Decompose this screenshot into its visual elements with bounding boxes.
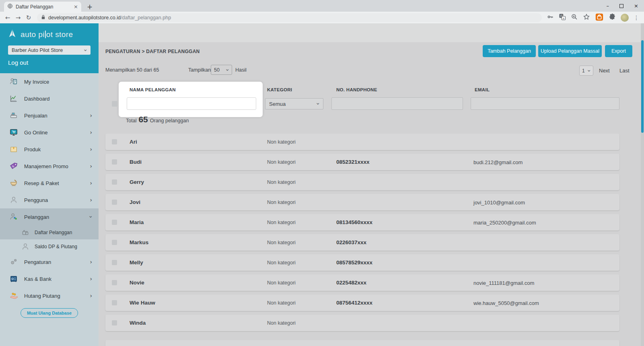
- kategori-filter-select[interactable]: Semua ›: [265, 98, 323, 109]
- total-suffix: Orang pelanggan: [150, 118, 189, 124]
- menu-dots-icon[interactable]: ⋮: [634, 14, 639, 21]
- sidebar: auto piot store Barber Auto Pilot Store …: [0, 23, 99, 346]
- row-checkbox[interactable]: [112, 200, 117, 205]
- tab-close-icon[interactable]: ×: [74, 4, 78, 10]
- app-logo: auto piot store: [0, 23, 99, 41]
- browser-tab[interactable]: Daftar Pelanggan ×: [4, 2, 81, 12]
- window-close-button[interactable]: ×: [634, 3, 638, 9]
- window-restore-button[interactable]: [619, 4, 623, 8]
- row-checkbox[interactable]: [112, 280, 117, 285]
- star-icon[interactable]: [583, 13, 590, 22]
- row-kategori: Non kategori: [267, 320, 296, 326]
- sidebar-item-pengaturan[interactable]: Pengaturan›: [0, 253, 99, 270]
- sidebar-item-label: Manajemen Promo: [24, 163, 90, 169]
- sidebar-item-pelanggan[interactable]: Pelanggan›: [0, 208, 99, 225]
- sidebar-item-label: Hutang Piutang: [24, 293, 90, 299]
- email-filter-input[interactable]: [471, 97, 619, 110]
- table-row[interactable]: Wie HauwNon kategori08756412xxxxwie.hauw…: [105, 295, 619, 311]
- table-row-partial: [105, 340, 619, 346]
- address-bar[interactable]: development.autopilotstore.co.id/daftar_…: [37, 13, 542, 22]
- export-button[interactable]: Export: [605, 45, 632, 57]
- table-row[interactable]: GerryNon kategori: [105, 174, 619, 190]
- sidebar-item-kas-bank[interactable]: Kas & Bank›: [0, 270, 99, 287]
- table-row[interactable]: MariaNon kategori08134560xxxxmaria_25020…: [105, 214, 619, 231]
- sidebar-item-hutang-piutang[interactable]: Hutang Piutang›: [0, 287, 99, 304]
- sidebar-subitem-label: Daftar Pelanggan: [35, 230, 72, 235]
- row-kategori: Non kategori: [267, 200, 296, 205]
- table-row[interactable]: MellyNon kategori08578529xxxx: [105, 254, 619, 271]
- next-page-link[interactable]: Next: [599, 68, 610, 74]
- row-checkbox[interactable]: [112, 300, 117, 305]
- table-row[interactable]: JoviNon kategorijovi_1010@gmail.com: [105, 194, 619, 210]
- chevron-down-icon: ›: [586, 70, 593, 72]
- product-box-icon: [8, 145, 19, 154]
- row-checkbox[interactable]: [112, 220, 117, 225]
- row-name: Gerry: [130, 179, 144, 185]
- kategori-filter-value: Semua: [269, 101, 286, 107]
- sidebar-item-dashboard[interactable]: Dashboard: [0, 90, 99, 107]
- row-checkbox[interactable]: [112, 179, 117, 185]
- row-kategori: Non kategori: [267, 139, 296, 145]
- new-tab-button[interactable]: +: [84, 2, 95, 12]
- sidebar-item-manajemen-promo[interactable]: %Manajemen Promo›: [0, 158, 99, 175]
- last-page-link[interactable]: Last: [619, 68, 630, 74]
- sidebar-item-go-online[interactable]: Go Online›: [0, 124, 99, 141]
- scrollbar-thumb[interactable]: [641, 40, 644, 133]
- sidebar-item-my-invoice[interactable]: My Invoice: [0, 73, 99, 90]
- zoom-plus-icon[interactable]: [571, 13, 578, 22]
- page-size-select[interactable]: 50 ›: [211, 65, 232, 75]
- row-checkbox[interactable]: [112, 260, 117, 265]
- table-row[interactable]: AriNon kategori: [105, 134, 619, 150]
- sidebar-item-label: Dashboard: [24, 96, 92, 102]
- nama-filter-input[interactable]: [127, 97, 256, 110]
- row-kategori: Non kategori: [267, 300, 296, 306]
- translate-icon[interactable]: Ga: [559, 13, 566, 22]
- reload-button[interactable]: ↻: [23, 14, 34, 21]
- profile-avatar[interactable]: [621, 14, 629, 22]
- sidebar-item-produk[interactable]: Produk›: [0, 141, 99, 158]
- muat-ulang-database-button[interactable]: Muat Ulang Database: [21, 308, 78, 318]
- monitor-cart-icon: [8, 128, 19, 137]
- upload-pelanggan-massal-button[interactable]: Upload Pelanggan Massal: [538, 45, 602, 57]
- chevron-right-icon: ›: [90, 197, 92, 203]
- row-checkbox[interactable]: [112, 320, 117, 325]
- sidebar-item-saldo-dp-piutang[interactable]: Saldo DP & Piutang: [0, 239, 99, 253]
- sidebar-item-label: Kas & Bank: [24, 276, 90, 282]
- shop-extension-icon[interactable]: [595, 12, 604, 23]
- forward-button[interactable]: →: [13, 14, 23, 21]
- sidebar-item-resep-paket[interactable]: Resep & Paket›: [0, 175, 99, 192]
- tambah-pelanggan-button[interactable]: Tambah Pelanggan: [483, 45, 536, 57]
- table-row[interactable]: BudiNon kategori0852321xxxxbudi.212@gmai…: [105, 154, 619, 170]
- puzzle-extensions-icon[interactable]: [609, 13, 616, 22]
- logout-link[interactable]: Log out: [8, 59, 91, 66]
- sidebar-item-daftar-pelanggan[interactable]: Daftar Pelanggan: [0, 225, 99, 239]
- total-prefix: Total: [126, 118, 136, 124]
- sidebar-item-pengguna[interactable]: Pengguna›: [0, 192, 99, 208]
- key-icon[interactable]: [547, 13, 554, 22]
- window-minimize-button[interactable]: –: [607, 3, 609, 9]
- row-email: wie.hauw_5050@gmail.com: [473, 300, 539, 306]
- cash-register-icon: [8, 111, 19, 120]
- page-number-select[interactable]: 1 ›: [579, 66, 593, 76]
- row-checkbox[interactable]: [112, 139, 117, 144]
- table-row[interactable]: NovieNon kategori0225482xxxnovie_111181@…: [105, 274, 619, 291]
- handphone-filter-input[interactable]: [331, 97, 463, 110]
- hand-coins-icon: [8, 291, 19, 300]
- table-row[interactable]: WindaNon kategori: [105, 315, 619, 331]
- row-name: Wie Hauw: [130, 300, 155, 306]
- row-name: Melly: [130, 260, 143, 266]
- row-checkbox[interactable]: [112, 240, 117, 245]
- back-button[interactable]: ←: [2, 14, 13, 21]
- chevron-right-icon: ›: [90, 129, 92, 136]
- table-row[interactable]: MarkusNon kategori0226037xxx: [105, 234, 619, 251]
- column-header-email: EMAIL: [475, 87, 490, 92]
- row-checkbox[interactable]: [112, 159, 117, 165]
- row-kategori: Non kategori: [267, 280, 296, 286]
- content-top-strip: [99, 23, 641, 42]
- shopping-bags-icon: [21, 229, 30, 237]
- sidebar-item-penjualan[interactable]: Penjualan›: [0, 107, 99, 124]
- store-selector[interactable]: Barber Auto Pilot Store ›: [8, 45, 91, 55]
- select-all-checkbox[interactable]: [112, 101, 117, 107]
- chevron-right-icon: ›: [90, 276, 92, 282]
- url-host: development.autopilotstore.co.id: [48, 15, 121, 21]
